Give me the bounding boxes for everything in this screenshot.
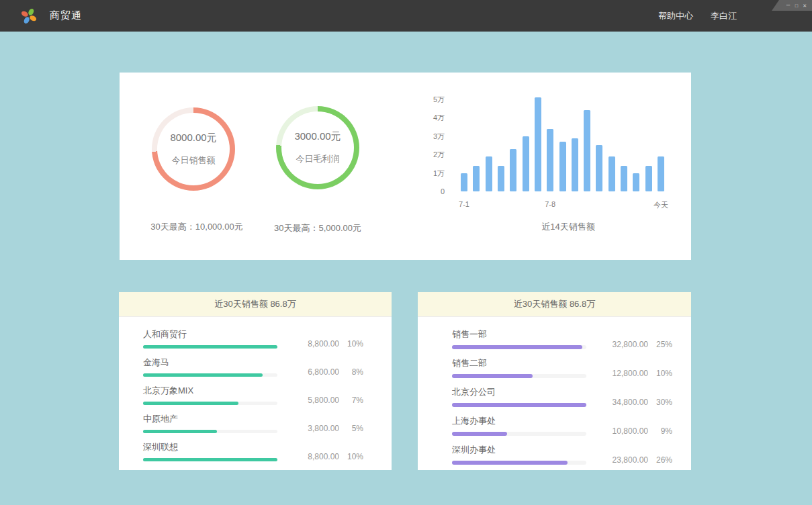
chart-bar xyxy=(473,166,480,191)
y-axis-tick: 0 xyxy=(441,187,445,195)
row-name: 人和商贸行 xyxy=(143,328,277,340)
row-percent: 10% xyxy=(648,369,672,378)
row-name: 深圳联想 xyxy=(143,441,277,453)
window-controls: ─ ☐ ✕ xyxy=(772,0,812,11)
list-row: 中原地产 3,800.00 5% xyxy=(143,413,356,433)
row-bar xyxy=(452,403,586,407)
bar-chart-plot xyxy=(461,99,664,191)
list-row: 北京万象MIX 5,800.00 7% xyxy=(143,385,356,405)
row-name: 销售一部 xyxy=(452,328,586,340)
customers-panel-title: 近30天销售额 86.8万 xyxy=(119,292,392,317)
row-value: 6,800.00 xyxy=(277,367,339,377)
row-name: 金海马 xyxy=(143,357,277,369)
chart-bar xyxy=(658,156,664,191)
app-brand: 商贸通 xyxy=(20,7,82,26)
chart-bar xyxy=(608,156,615,191)
list-row: 深圳办事处 23,800.00 26% xyxy=(452,444,666,465)
row-value: 10,800.00 xyxy=(586,426,648,436)
list-row: 销售一部 32,800.00 25% xyxy=(452,328,666,349)
row-value: 8,800.00 xyxy=(277,452,339,461)
row-bar xyxy=(143,430,277,433)
bar-chart-yaxis: 5万4万3万2万1万0 xyxy=(420,99,445,191)
row-percent: 26% xyxy=(648,455,672,465)
row-percent: 10% xyxy=(339,452,363,461)
list-row: 人和商贸行 8,800.00 10% xyxy=(143,328,356,349)
row-bar xyxy=(143,458,277,461)
chart-bar xyxy=(621,166,627,191)
row-percent: 25% xyxy=(648,340,672,349)
chart-bar xyxy=(596,145,602,191)
y-axis-tick: 1万 xyxy=(433,168,445,178)
y-axis-tick: 2万 xyxy=(433,150,445,160)
row-value: 3,800.00 xyxy=(277,424,339,433)
x-axis-tick: 7-8 xyxy=(545,200,555,208)
row-bar xyxy=(143,373,277,377)
y-axis-tick: 3万 xyxy=(433,131,445,141)
list-row: 深圳联想 8,800.00 10% xyxy=(143,441,356,461)
chart-bar xyxy=(645,166,652,191)
row-value: 12,800.00 xyxy=(586,369,648,378)
departments-panel-title: 近30天销售额 86.8万 xyxy=(418,292,691,317)
chart-bar xyxy=(523,136,529,191)
list-row: 金海马 6,800.00 8% xyxy=(143,357,356,377)
row-value: 5,800.00 xyxy=(277,396,339,405)
bar-chart-xaxis: 7-17-8今天 xyxy=(461,200,664,210)
row-bar xyxy=(143,345,277,349)
bar-chart-title: 近14天销售额 xyxy=(461,221,676,233)
row-name: 销售二部 xyxy=(452,357,586,369)
chart-bar xyxy=(486,156,492,191)
row-value: 34,800.00 xyxy=(586,398,648,407)
today-profit-donut: 3000.00元 今日毛利润 xyxy=(276,106,359,189)
pinwheel-logo-icon xyxy=(20,7,38,26)
list-row: 销售二部 12,800.00 10% xyxy=(452,357,666,378)
today-profit-value: 3000.00元 xyxy=(294,130,341,143)
close-button[interactable]: ✕ xyxy=(803,0,807,11)
row-name: 北京万象MIX xyxy=(143,385,277,397)
list-row: 上海办事处 10,800.00 9% xyxy=(452,415,666,436)
departments-sales-panel: 近30天销售额 86.8万 销售一部 32,800.00 25% 销售二部 12… xyxy=(418,292,691,470)
chart-bar xyxy=(559,142,566,191)
row-value: 23,800.00 xyxy=(586,455,648,465)
today-profit-label: 今日毛利润 xyxy=(296,153,340,165)
row-percent: 5% xyxy=(339,424,363,433)
chart-bar xyxy=(535,97,541,191)
row-bar xyxy=(452,345,586,349)
row-bar xyxy=(452,461,586,465)
row-percent: 9% xyxy=(648,426,672,436)
row-name: 中原地产 xyxy=(143,413,277,425)
row-value: 8,800.00 xyxy=(277,339,339,349)
x-axis-tick: 7-1 xyxy=(459,200,469,208)
row-bar xyxy=(452,432,586,436)
sales-30day-max-label: 30天最高：10,000.00元 xyxy=(126,221,267,233)
row-bar xyxy=(143,402,277,405)
chart-bar xyxy=(461,173,467,191)
today-sales-value: 8000.00元 xyxy=(170,132,216,144)
list-row: 北京分公司 34,800.00 30% xyxy=(452,386,666,407)
maximize-button[interactable]: ☐ xyxy=(795,0,798,11)
row-percent: 8% xyxy=(339,367,363,377)
today-sales-label: 今日销售额 xyxy=(172,154,216,167)
app-title: 商贸通 xyxy=(50,9,82,22)
user-menu[interactable]: 李白江 xyxy=(711,10,737,22)
help-center-link[interactable]: 帮助中心 xyxy=(658,10,693,22)
chart-bar xyxy=(584,110,590,191)
row-value: 32,800.00 xyxy=(586,340,648,349)
topbar: 商贸通 帮助中心 李白江 ─ ☐ ✕ xyxy=(0,0,812,32)
row-name: 上海办事处 xyxy=(452,415,586,427)
chart-bar xyxy=(510,149,516,191)
chart-bar xyxy=(547,129,553,191)
y-axis-tick: 4万 xyxy=(433,113,445,123)
chart-bar xyxy=(633,173,639,191)
row-percent: 7% xyxy=(339,396,363,405)
row-percent: 30% xyxy=(648,398,672,407)
chart-bar xyxy=(498,166,504,191)
summary-panel: 8000.00元 今日销售额 30天最高：10,000.00元 3000.00元… xyxy=(120,73,691,260)
y-axis-tick: 5万 xyxy=(433,95,445,105)
chart-bar xyxy=(572,138,578,191)
row-percent: 10% xyxy=(339,339,363,349)
today-sales-donut: 8000.00元 今日销售额 xyxy=(152,107,235,191)
minimize-button[interactable]: ─ xyxy=(786,0,790,11)
row-name: 北京分公司 xyxy=(452,386,586,398)
profit-30day-max-label: 30天最高：5,000.00元 xyxy=(251,222,385,234)
row-bar xyxy=(452,374,586,378)
